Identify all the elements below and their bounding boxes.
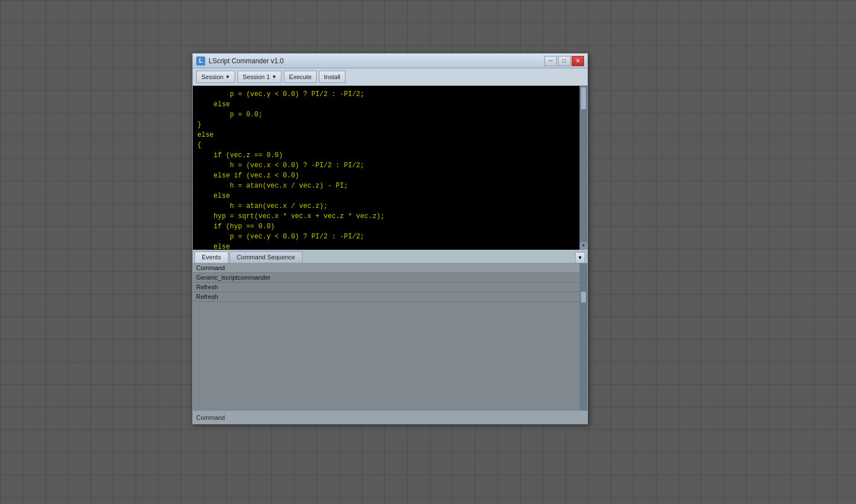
events-scrollbar-vertical[interactable] <box>580 263 587 410</box>
title-bar: L LScript Commander v1.0 ─ □ ✕ <box>193 54 587 68</box>
app-icon: L <box>196 57 205 66</box>
events-header: Command <box>193 263 587 273</box>
title-bar-left: L LScript Commander v1.0 <box>196 57 284 66</box>
install-button[interactable]: Install <box>319 71 345 83</box>
events-list: Command Generic_lscriptcommander Refresh… <box>193 263 587 302</box>
close-button[interactable]: ✕ <box>572 56 584 66</box>
tab-dropdown-arrow[interactable]: ▼ <box>575 252 585 263</box>
main-window: L LScript Commander v1.0 ─ □ ✕ Session ▼… <box>192 53 588 424</box>
title-controls: ─ □ ✕ <box>544 56 584 66</box>
window-title: LScript Commander v1.0 <box>209 57 284 65</box>
events-scrollbar-thumb[interactable] <box>581 292 586 303</box>
toolbar: Session ▼ Session 1 ▼ Execute Install <box>193 68 587 86</box>
tabs-bar: Events Command Sequence ▼ <box>193 250 587 263</box>
command-bar: Command <box>193 410 587 424</box>
tab-events[interactable]: Events <box>194 251 228 263</box>
code-editor[interactable]: p = (vec.y < 0.0) ? PI/2 : -PI/2; else p… <box>193 86 587 250</box>
session1-label: Session 1 <box>243 73 270 80</box>
session1-dropdown[interactable]: Session 1 ▼ <box>237 71 282 83</box>
code-scrollbar-vertical[interactable]: ▼ <box>580 86 587 250</box>
minimize-button[interactable]: ─ <box>544 56 557 66</box>
session1-dropdown-arrow: ▼ <box>271 74 276 80</box>
tab-command-sequence[interactable]: Command Sequence <box>230 251 302 263</box>
list-item[interactable]: Refresh <box>193 283 587 292</box>
list-item[interactable]: Refresh <box>193 292 587 302</box>
session-dropdown-arrow: ▼ <box>225 74 230 80</box>
command-bar-label: Command <box>196 414 225 421</box>
code-content: p = (vec.y < 0.0) ? PI/2 : -PI/2; else p… <box>197 89 583 250</box>
code-scrollbar-down-arrow[interactable]: ▼ <box>580 242 587 250</box>
code-scrollbar-thumb[interactable] <box>581 87 586 110</box>
execute-button[interactable]: Execute <box>284 71 317 83</box>
maximize-button[interactable]: □ <box>558 56 570 66</box>
list-item[interactable]: Generic_lscriptcommander <box>193 273 587 283</box>
tab-command-sequence-label: Command Sequence <box>237 254 295 260</box>
tab-events-label: Events <box>202 254 221 260</box>
session-label: Session <box>201 73 223 80</box>
events-panel: Command Generic_lscriptcommander Refresh… <box>193 263 587 410</box>
session-dropdown[interactable]: Session ▼ <box>196 71 235 83</box>
